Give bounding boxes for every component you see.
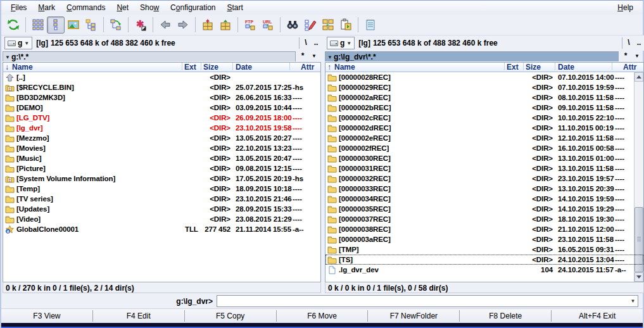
path-dropdown-icon[interactable]: ▼ xyxy=(5,54,10,60)
refresh-button[interactable] xyxy=(4,16,22,34)
root-dir-button[interactable]: \ xyxy=(624,37,634,49)
thumbnails-view-button[interactable] xyxy=(65,16,82,34)
file-row[interactable]: [00000037REC]<DIR>18.10.2015 19:30---- xyxy=(325,214,643,224)
ftp-connect-button[interactable]: FTP xyxy=(241,16,259,34)
fn-button-alt-f4-exit[interactable]: Alt+F4 Exit xyxy=(552,309,643,323)
menu-help[interactable]: Help xyxy=(612,1,639,15)
column-date[interactable]: Date xyxy=(236,63,252,72)
file-row[interactable]: [00000038REC]<DIR>21.10.2015 12:00---- xyxy=(325,224,643,234)
file-row[interactable]: [00000035REC]<DIR>14.10.2015 19:29---- xyxy=(325,204,643,214)
svg-text:FTP: FTP xyxy=(245,20,254,24)
brief-view-button[interactable] xyxy=(29,16,47,34)
filter-button[interactable]: * xyxy=(298,51,308,62)
right-drive-combo[interactable]: g ▼ xyxy=(327,37,355,49)
file-row[interactable]: [Movies]<DIR>22.10.2015 13:23---- xyxy=(3,143,320,153)
multi-rename-button[interactable] xyxy=(301,16,319,34)
file-row[interactable]: [00000034REC]<DIR>14.10.2015 19:59---- xyxy=(325,194,643,204)
file-row[interactable]: [Temp]<DIR>18.09.2015 10:18---- xyxy=(3,184,320,194)
path-dropdown-icon[interactable]: ▼ xyxy=(327,54,332,60)
tree-view-button[interactable] xyxy=(82,16,100,34)
menu-net[interactable]: Net xyxy=(111,1,134,15)
file-row[interactable]: [00000028REC]<DIR>07.10.2015 14:00---- xyxy=(325,72,643,82)
file-row[interactable]: [TMP]<DIR>16.05.2015 09:31---- xyxy=(325,244,643,255)
file-row[interactable]: [0000002dREC]<DIR>11.10.2015 00:19---- xyxy=(325,123,643,133)
file-row[interactable]: [0000002fREC]<DIR>16.10.2015 00:58---- xyxy=(325,143,643,153)
root-dir-button[interactable]: \ xyxy=(301,37,311,49)
unpack-button[interactable] xyxy=(217,16,234,34)
file-row[interactable]: ![System Volume Information]<DIR>17.05.2… xyxy=(3,173,320,184)
file-row[interactable]: [00000033REC]<DIR>13.10.2015 20:39---- xyxy=(325,184,643,194)
column-date[interactable]: Date xyxy=(558,63,574,72)
column-ext[interactable]: Ext xyxy=(184,63,196,72)
parent-dir-button[interactable]: .. xyxy=(634,37,644,49)
menu-start[interactable]: Start xyxy=(222,1,249,15)
search-button[interactable] xyxy=(284,16,301,34)
file-size: <DIR> xyxy=(514,174,553,183)
fn-button-f8-delete[interactable]: F8 Delete xyxy=(460,309,551,323)
file-row[interactable]: .lg_dvr_dev10424.10.2015 11:57-a-- xyxy=(325,265,643,275)
fn-button-f5-copy[interactable]: F5 Copy xyxy=(185,309,276,323)
full-view-button[interactable] xyxy=(47,16,65,34)
file-row[interactable]: [0000002aREC]<DIR>08.10.2015 11:58---- xyxy=(325,92,643,103)
history-button[interactable]: ▼ xyxy=(632,51,642,62)
file-row[interactable]: [LG_DTV]<DIR>26.09.2015 18:00---- xyxy=(3,113,320,123)
file-row[interactable]: [0000002cREC]<DIR>10.10.2015 22:10---- xyxy=(325,113,643,123)
file-row[interactable]: [Updates]<DIR>28.09.2015 15:33---- xyxy=(3,204,320,214)
file-row[interactable]: [Mezzmo]<DIR>13.05.2015 20:27---- xyxy=(3,133,320,143)
file-row[interactable]: [BD3D2MK3D]<DIR>26.06.2015 16:33---- xyxy=(3,92,320,103)
file-row[interactable]: [DEMO]<DIR>03.09.2015 10:44---- xyxy=(3,103,320,113)
sync-dirs-button[interactable]: + xyxy=(319,16,337,34)
chevron-down-icon: ▼ xyxy=(24,41,29,46)
filter-button[interactable]: * xyxy=(621,51,631,62)
menu-commands[interactable]: Commands xyxy=(61,1,111,15)
file-row[interactable]: [00000029REC]<DIR>07.10.2015 19:59---- xyxy=(325,82,643,92)
history-button[interactable]: ▼ xyxy=(309,51,319,62)
notepad-button[interactable] xyxy=(362,16,379,34)
file-row[interactable]: [Music]<DIR>13.05.2015 20:47---- xyxy=(3,153,320,163)
menu-show[interactable]: Show xyxy=(134,1,165,15)
left-drive-combo[interactable]: g ▼ xyxy=(4,37,32,49)
file-row[interactable]: [0000003aREC]<DIR>23.10.2015 11:58---- xyxy=(325,234,643,244)
fn-button-f6-move[interactable]: F6 Move xyxy=(277,309,368,323)
menu-configuration[interactable]: Configuration xyxy=(165,1,221,15)
column-ext[interactable]: Ext xyxy=(507,63,519,72)
command-input[interactable] xyxy=(217,296,628,306)
column-name[interactable]: Name xyxy=(334,63,355,72)
special-asterisk-button[interactable]: ✱ xyxy=(132,16,149,34)
branch-view-button[interactable] xyxy=(107,16,125,34)
menu-mark[interactable]: Mark xyxy=(32,1,61,15)
fn-button-f7-newfolder[interactable]: F7 NewFolder xyxy=(368,309,459,323)
file-row[interactable]: [00000030REC]<DIR>13.10.2015 01:00---- xyxy=(325,153,643,163)
file-date: 14.10.2015 19:59 xyxy=(558,194,614,203)
fn-button-f3-view[interactable]: F3 View xyxy=(1,309,92,323)
back-button[interactable] xyxy=(156,16,174,34)
forward-button[interactable] xyxy=(174,16,192,34)
column-name[interactable]: Name xyxy=(12,63,33,72)
left-path[interactable]: ▼ g:\*.* xyxy=(3,51,296,61)
file-attr: ---- xyxy=(615,103,624,112)
file-row[interactable]: ![$RECYCLE.BIN]<DIR>25.07.2015 17:25-hs xyxy=(3,82,320,92)
ftp-url-button[interactable]: URL xyxy=(259,16,277,34)
file-row[interactable]: [lg_dvr]<DIR>23.10.2015 19:58---- xyxy=(3,123,320,133)
file-row[interactable]: eGlobalClone00001TLL277 45221.11.2014 15… xyxy=(3,224,320,234)
file-row[interactable]: [TV series]<DIR>23.10.2015 21:46---- xyxy=(3,194,320,204)
column-size[interactable]: Size xyxy=(526,63,541,72)
file-row[interactable]: [00000031REC]<DIR>13.10.2015 11:58---- xyxy=(325,163,643,173)
file-row[interactable]: [..]<DIR> xyxy=(3,72,320,82)
file-row[interactable]: [0000002eREC]<DIR>12.10.2015 11:58---- xyxy=(325,133,643,143)
column-attr[interactable]: Attr xyxy=(301,63,314,72)
column-size[interactable]: Size xyxy=(203,63,218,72)
file-row[interactable]: [00000032REC]<DIR>23.10.2015 19:57---- xyxy=(325,173,643,184)
copy-clipboard-button[interactable] xyxy=(337,16,355,34)
pack-button[interactable] xyxy=(199,16,217,34)
file-row[interactable]: [TS]<DIR>24.10.2015 13:04---- xyxy=(325,255,643,265)
right-path[interactable]: ▼ g:\lg_dvr\*.* xyxy=(325,51,619,61)
parent-dir-button[interactable]: .. xyxy=(311,37,321,49)
column-attr[interactable]: Attr xyxy=(623,63,636,72)
fn-button-f4-edit[interactable]: F4 Edit xyxy=(93,309,184,323)
file-row[interactable]: [Video]<DIR>23.08.2015 21:29---- xyxy=(3,214,320,224)
file-row[interactable]: [0000002bREC]<DIR>09.10.2015 11:58---- xyxy=(325,103,643,113)
file-row[interactable]: [Picture]<DIR>09.08.2015 12:15---- xyxy=(3,163,320,173)
menu-files[interactable]: Files xyxy=(5,1,32,15)
command-history-dropdown[interactable]: ▼ xyxy=(628,296,638,306)
